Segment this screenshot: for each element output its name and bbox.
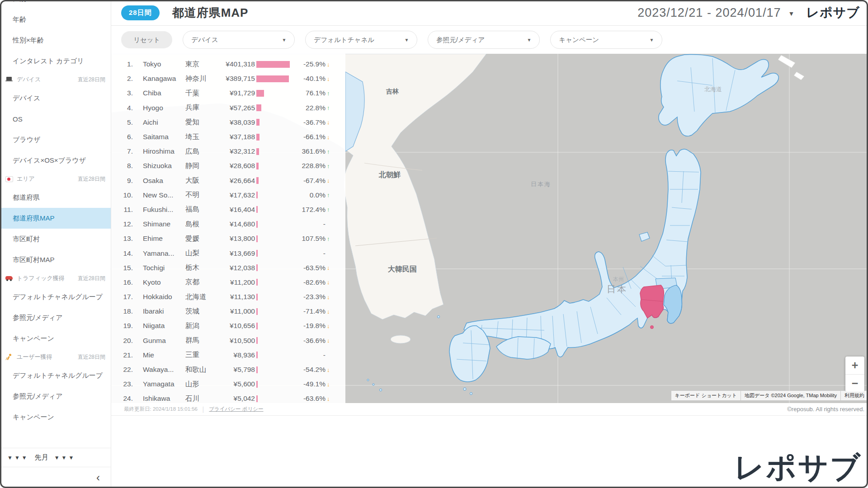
- row-percent: 107.5%: [291, 235, 326, 243]
- table-row[interactable]: 16. Kyoto 京都 ¥11,200 -82.6% ↓: [111, 275, 345, 290]
- row-value: ¥13,800: [213, 235, 255, 243]
- table-row[interactable]: 10. New So... 不明 ¥17,632 0.0% ↑: [111, 188, 345, 202]
- table-row[interactable]: 18. Ibaraki 茨城 ¥11,000 -71.4% ↓: [111, 304, 345, 319]
- row-percent: 172.4%: [291, 206, 326, 214]
- sidebar-item-label: インタレスト カテゴリ: [13, 57, 84, 66]
- sidebar-item-ブラウザ[interactable]: ブラウザ: [0, 129, 111, 150]
- row-bar: [255, 250, 291, 257]
- last-updated-text: 最終更新日: 2024/1/18 15:01:56: [124, 406, 198, 413]
- table-row[interactable]: 19. Niigata 新潟 ¥10,656 -19.8% ↓: [111, 319, 345, 333]
- table-row[interactable]: 23. Yamagata 山形 ¥5,600 -49.1% ↓: [111, 377, 345, 391]
- row-percent: 228.8%: [291, 162, 326, 170]
- sidebar-item-label: 性別: [13, 0, 26, 3]
- sidebar-item-デフォルトチャネルグループ[interactable]: デフォルトチャネルグループ: [0, 286, 111, 307]
- sidebar-item-デバイス×OS×ブラウザ[interactable]: デバイス×OS×ブラウザ: [0, 150, 111, 171]
- sidebar-section-header: トラフィック獲得 直近28日間: [0, 270, 111, 286]
- previous-month-label: 先月: [35, 453, 48, 462]
- table-row[interactable]: 1. Tokyo 東京 ¥401,318 -25.9% ↓: [111, 57, 345, 71]
- row-name-en: Kyoto: [143, 278, 185, 286]
- reset-button[interactable]: リセット: [121, 31, 172, 48]
- sidebar-item-性別[interactable]: 性別: [0, 0, 111, 9]
- row-name-en: Shimane: [143, 220, 185, 228]
- row-name-en: Chiba: [143, 89, 185, 97]
- row-rank: 4.: [111, 104, 133, 112]
- table-row[interactable]: 22. Wakaya... 和歌山 ¥5,798 -54.2% ↓: [111, 362, 345, 377]
- privacy-policy-link[interactable]: プライバシー ポリシー: [209, 406, 263, 413]
- table-row[interactable]: 14. Yamana... 山梨 ¥13,669 -: [111, 246, 345, 260]
- sidebar-item-インタレスト カテゴリ[interactable]: インタレスト カテゴリ: [0, 51, 111, 71]
- zoom-out-button[interactable]: −: [845, 374, 864, 392]
- campaign-filter-dropdown[interactable]: キャンペーン ▼: [550, 31, 662, 49]
- table-row[interactable]: 17. Hokkaido 北海道 ¥11,130 -23.3% ↓: [111, 290, 345, 304]
- date-caret-icon[interactable]: ▼: [788, 10, 795, 17]
- table-row[interactable]: 15. Tochigi 栃木 ¥12,038 -63.5% ↓: [111, 261, 345, 275]
- sidebar-item-性別×年齢[interactable]: 性別×年齢: [0, 30, 111, 51]
- sidebar-item-デバイス[interactable]: デバイス: [0, 88, 111, 108]
- sidebar-item-参照元/メディア[interactable]: 参照元/メディア: [0, 307, 111, 328]
- table-row[interactable]: 20. Gunma 群馬 ¥10,500 -36.6% ↓: [111, 333, 345, 348]
- trend-arrow-icon: ↓: [326, 264, 334, 271]
- source-filter-dropdown[interactable]: 参照元/メディア ▼: [428, 31, 540, 49]
- row-name-en: Ibaraki: [143, 307, 185, 315]
- sidebar-item-参照元/メディア[interactable]: 参照元/メディア: [0, 386, 111, 407]
- row-value: ¥28,608: [213, 162, 255, 170]
- row-name-en: Shizuoka: [143, 162, 185, 170]
- table-row[interactable]: 13. Ehime 愛媛 ¥13,800 107.5% ↑: [111, 231, 345, 246]
- row-name-jp: 和歌山: [185, 365, 213, 375]
- table-row[interactable]: 4. Hyogo 兵庫 ¥57,265 22.8% ↑: [111, 101, 345, 115]
- sidebar-item-label: 参照元/メディア: [13, 392, 63, 401]
- row-rank: 22.: [111, 366, 133, 374]
- header: 28日間 都道府県MAP 2023/12/21 - 2024/01/17 ▼ レ…: [111, 0, 868, 26]
- row-value: ¥57,265: [213, 104, 255, 112]
- table-row[interactable]: 11. Fukushi... 福島 ¥16,404 172.4% ↑: [111, 202, 345, 217]
- row-bar: [255, 352, 291, 358]
- row-bar: [255, 61, 291, 68]
- table-row[interactable]: 12. Shimane 島根 ¥14,680 -: [111, 217, 345, 231]
- chevron-down-icon: ▼: [527, 38, 531, 42]
- table-row[interactable]: 3. Chiba 千葉 ¥91,729 76.1% ↑: [111, 86, 345, 100]
- keyboard-shortcuts-link[interactable]: キーボード ショートカット: [671, 391, 741, 400]
- channel-filter-label: デフォルトチャネル: [314, 36, 374, 44]
- channel-filter-dropdown[interactable]: デフォルトチャネル ▼: [305, 31, 417, 49]
- row-name-jp: 埼玉: [185, 132, 213, 142]
- device-filter-dropdown[interactable]: デバイス ▼: [183, 31, 295, 49]
- map-attribution: キーボード ショートカット 地図データ ©2024 Google, TMap M…: [671, 391, 868, 400]
- date-range[interactable]: 2023/12/21 - 2024/01/17: [637, 6, 781, 20]
- sidebar-item-キャンペーン[interactable]: キャンペーン: [0, 328, 111, 349]
- trend-arrow-icon: ↓: [326, 177, 334, 184]
- sidebar-section-label: エリア: [17, 175, 35, 183]
- sidebar-collapse-button[interactable]: ‹: [0, 467, 111, 488]
- table-row[interactable]: 8. Shizuoka 静岡 ¥28,608 228.8% ↑: [111, 159, 345, 173]
- table-row[interactable]: 5. Aichi 愛知 ¥38,039 -36.7% ↓: [111, 115, 345, 130]
- trend-arrow-icon: ↓: [326, 308, 334, 315]
- row-name-jp: 栃木: [185, 263, 213, 272]
- map-label-japan-sea: 日本海: [531, 181, 551, 188]
- sidebar-item-キャンペーン[interactable]: キャンペーン: [0, 407, 111, 427]
- zoom-in-button[interactable]: +: [845, 357, 864, 374]
- chevron-down-icon: ▼: [404, 38, 409, 42]
- sidebar-item-label: デフォルトチャネルグループ: [13, 293, 103, 301]
- sidebar-item-OS[interactable]: OS: [0, 108, 111, 129]
- table-row[interactable]: 7. Hiroshima 広島 ¥32,312 361.6% ↑: [111, 144, 345, 159]
- sidebar-item-年齢[interactable]: 年齢: [0, 9, 111, 30]
- row-rank: 6.: [111, 133, 133, 141]
- table-row[interactable]: 6. Saitama 埼玉 ¥37,188 -66.1% ↓: [111, 130, 345, 144]
- row-name-en: Gunma: [143, 337, 185, 345]
- table-row[interactable]: 21. Mie 三重 ¥8,936 -: [111, 348, 345, 362]
- row-rank: 5.: [111, 118, 133, 127]
- row-name-jp: 福島: [185, 205, 213, 214]
- table-row[interactable]: 24. Ishikawa 石川 ¥5,042 -63.6% ↓: [111, 391, 345, 403]
- sidebar-item-label: 都道府県MAP: [13, 214, 55, 223]
- row-bar: [255, 148, 291, 155]
- sidebar-item-市区町村[interactable]: 市区町村: [0, 229, 111, 249]
- sidebar-item-デフォルトチャネルグループ[interactable]: デフォルトチャネルグループ: [0, 365, 111, 386]
- previous-month-button[interactable]: ▼▼▼ 先月 ▼▼▼: [0, 448, 111, 467]
- table-row[interactable]: 9. Osaka 大阪 ¥26,664 -67.4% ↓: [111, 174, 345, 188]
- chevron-left-icon: ‹: [96, 471, 100, 484]
- terms-link[interactable]: 利用規約: [841, 391, 868, 400]
- sidebar-item-都道府県[interactable]: 都道府県: [0, 187, 111, 208]
- period-badge: 28日間: [121, 5, 160, 20]
- table-row[interactable]: 2. Kanagawa 神奈川 ¥389,715 -40.1% ↓: [111, 71, 345, 86]
- sidebar-item-都道府県MAP-active[interactable]: 都道府県MAP: [0, 208, 111, 229]
- sidebar-item-市区町村MAP[interactable]: 市区町村MAP: [0, 249, 111, 270]
